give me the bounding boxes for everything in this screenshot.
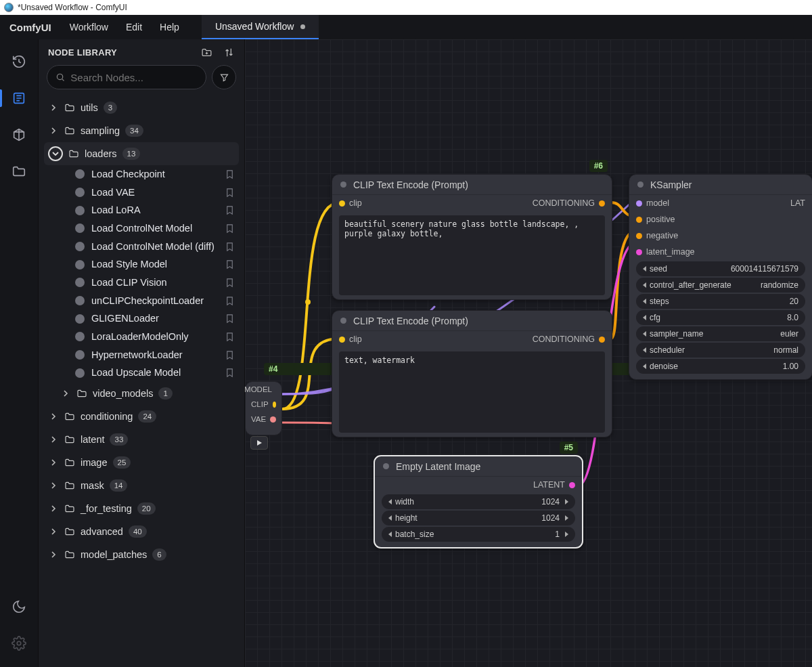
node-type-load-style-model[interactable]: Load Style Model xyxy=(44,255,239,274)
node-dot-icon xyxy=(75,260,85,270)
port-positive: positive xyxy=(646,215,675,224)
svg-point-1 xyxy=(17,641,21,645)
node-type-load-controlnet-model[interactable]: Load ControlNet Model xyxy=(44,219,239,238)
node-clip-text-encode-negative[interactable]: CLIP Text Encode (Prompt) clip CONDITION… xyxy=(332,310,612,437)
category-video_models[interactable]: video_models1 xyxy=(44,382,239,405)
category-_for_testing[interactable]: _for_testing20 xyxy=(44,497,239,520)
window-title: *Unsaved Workflow - ComfyUI xyxy=(18,3,127,12)
tab-modified-dot xyxy=(300,24,305,29)
node-type-unclipcheckpointloader[interactable]: unCLIPCheckpointLoader xyxy=(44,292,239,310)
port-clip-input: clip xyxy=(349,198,362,208)
play-button[interactable] xyxy=(250,436,268,450)
category-image[interactable]: image25 xyxy=(44,451,239,474)
node-dot-icon xyxy=(75,206,85,215)
category-conditioning[interactable]: conditioning24 xyxy=(44,405,239,428)
node-type-load-controlnet-model-(diff)[interactable]: Load ControlNet Model (diff) xyxy=(44,238,239,256)
prompt-textarea[interactable]: text, watermark xyxy=(339,351,605,433)
node-title: Empty Latent Image xyxy=(396,461,480,472)
widget-scheduler[interactable]: scheduler normal xyxy=(636,343,805,358)
node-clip-text-encode-positive[interactable]: #6 CLIP Text Encode (Prompt) clip CONDIT… xyxy=(332,174,612,300)
category-utils[interactable]: utils3 xyxy=(44,96,239,119)
sort-icon[interactable] xyxy=(223,47,235,58)
search-input[interactable] xyxy=(70,72,198,83)
node-checkpoint-loader-stub[interactable]: MODEL CLIP VAE xyxy=(245,381,282,435)
new-folder-icon[interactable] xyxy=(201,47,212,58)
port-clip-input: clip xyxy=(349,335,362,344)
widget-width[interactable]: width 1024 xyxy=(382,494,575,509)
node-empty-latent-image[interactable]: #5 Empty Latent Image LATENT width 1024 … xyxy=(374,455,583,548)
history-icon[interactable] xyxy=(12,54,26,69)
node-dot-icon xyxy=(75,169,85,179)
search-input-wrapper[interactable] xyxy=(47,65,206,89)
widget-sampler_name[interactable]: sampler_name euler xyxy=(636,326,805,341)
port-latent-output: LAT xyxy=(790,198,805,208)
brand: ComfyUI xyxy=(0,15,61,39)
port-vae: VAE xyxy=(251,415,266,423)
theme-icon[interactable] xyxy=(12,599,26,614)
tab-label: Unsaved Workflow xyxy=(215,21,294,32)
svg-point-3 xyxy=(305,299,311,305)
category-mask[interactable]: mask14 xyxy=(44,474,239,497)
menu-edit[interactable]: Edit xyxy=(117,15,151,39)
node-type-gligenloader[interactable]: GLIGENLoader xyxy=(44,309,239,328)
os-titlebar: *Unsaved Workflow - ComfyUI xyxy=(0,0,812,15)
port-latent-image: latent_image xyxy=(646,247,695,257)
node-tag-5: #5 xyxy=(560,442,578,454)
menu-workflow[interactable]: Workflow xyxy=(61,15,117,39)
category-latent[interactable]: latent33 xyxy=(44,428,239,451)
node-dot-icon xyxy=(75,223,85,233)
node-title: CLIP Text Encode (Prompt) xyxy=(353,179,468,190)
search-icon xyxy=(55,72,65,83)
port-model: MODEL xyxy=(245,385,272,393)
widget-control_after_generate[interactable]: control_after_generate randomize xyxy=(636,278,805,293)
node-dot-icon xyxy=(75,242,85,251)
node-type-load-clip-vision[interactable]: Load CLIP Vision xyxy=(44,274,239,292)
node-type-loraloadermodelonly[interactable]: LoraLoaderModelOnly xyxy=(44,328,239,346)
port-negative: negative xyxy=(646,231,678,240)
port-latent-output: LATENT xyxy=(533,480,565,490)
node-dot-icon xyxy=(75,278,85,287)
node-ksampler[interactable]: KSampler model LAT positive negative lat… xyxy=(629,174,812,380)
models-icon[interactable] xyxy=(12,127,26,142)
node-dot-icon xyxy=(75,314,85,324)
prompt-textarea[interactable]: beautiful scenery nature glass bottle la… xyxy=(339,215,605,295)
filter-button[interactable] xyxy=(212,65,236,89)
port-clip: CLIP xyxy=(251,400,269,408)
left-rail xyxy=(0,39,39,667)
port-conditioning-output: CONDITIONING xyxy=(533,198,595,208)
category-advanced[interactable]: advanced40 xyxy=(44,520,239,543)
menu-help[interactable]: Help xyxy=(151,15,188,39)
category-model_patches[interactable]: model_patches6 xyxy=(44,543,239,566)
settings-icon[interactable] xyxy=(12,636,26,651)
node-type-load-vae[interactable]: Load VAE xyxy=(44,184,239,202)
folder-icon[interactable] xyxy=(12,164,26,179)
widget-steps[interactable]: steps 20 xyxy=(636,294,805,309)
widget-batch_size[interactable]: batch_size 1 xyxy=(382,527,575,542)
tab-unsaved-workflow[interactable]: Unsaved Workflow xyxy=(202,15,319,39)
sidebar-title: NODE LIBRARY xyxy=(48,47,117,58)
node-dot-icon xyxy=(75,332,85,341)
widget-seed[interactable]: seed 600014115671579 xyxy=(636,261,805,276)
node-dot-icon xyxy=(75,188,85,197)
graph-canvas[interactable]: MODEL CLIP VAE #4 #6 CLIP Text Encode (P… xyxy=(245,39,812,667)
port-model: model xyxy=(646,198,669,208)
node-title: KSampler xyxy=(650,179,692,190)
widget-cfg[interactable]: cfg 8.0 xyxy=(636,310,805,325)
category-loaders[interactable]: loaders13 xyxy=(44,142,239,165)
node-type-load-upscale-model[interactable]: Load Upscale Model xyxy=(44,364,239,382)
port-conditioning-output: CONDITIONING xyxy=(533,335,595,344)
svg-point-2 xyxy=(57,74,62,79)
app-icon xyxy=(4,3,14,12)
node-tag-6: #6 xyxy=(589,160,608,172)
node-library-icon[interactable] xyxy=(12,91,26,106)
widget-height[interactable]: height 1024 xyxy=(382,511,575,525)
node-dot-icon xyxy=(75,368,85,378)
node-dot-icon xyxy=(75,296,85,305)
node-type-load-lora[interactable]: Load LoRA xyxy=(44,201,239,219)
node-type-load-checkpoint[interactable]: Load Checkpoint xyxy=(44,165,239,184)
node-dot-icon xyxy=(75,350,85,360)
node-type-hypernetworkloader[interactable]: HypernetworkLoader xyxy=(44,346,239,364)
category-sampling[interactable]: sampling34 xyxy=(44,119,239,142)
node-tree: utils3sampling34loaders13Load Checkpoint… xyxy=(39,95,244,580)
widget-denoise[interactable]: denoise 1.00 xyxy=(636,359,805,374)
